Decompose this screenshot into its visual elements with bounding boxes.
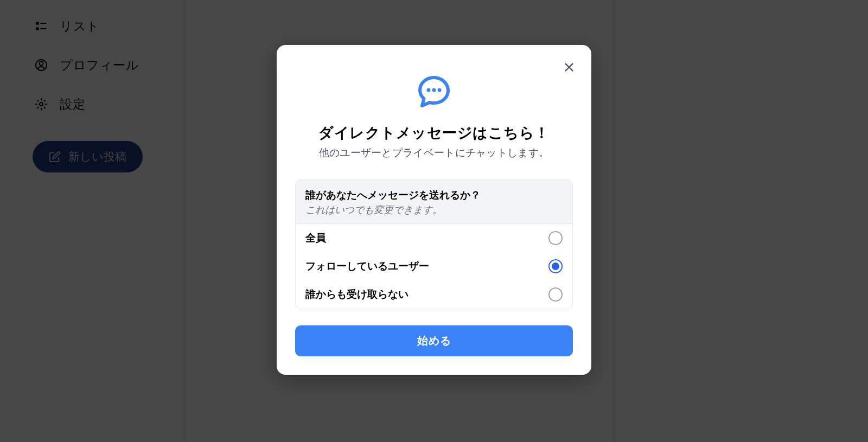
option-following[interactable]: フォローしているユーザー [296,252,572,280]
svg-point-10 [432,88,436,92]
svg-point-11 [438,88,442,92]
option-nobody[interactable]: 誰からも受け取らない [296,280,572,309]
option-label: 全員 [305,231,326,245]
option-label: 誰からも受け取らない [305,287,409,302]
direct-message-modal: ダイレクトメッセージはこちら！ 他のユーザーとプライベートにチャットします。 誰… [277,45,591,375]
options-header-title: 誰があなたへメッセージを送れるか？ [305,188,563,202]
options-header: 誰があなたへメッセージを送れるか？ これはいつでも変更できます。 [296,180,572,224]
modal-subtitle: 他のユーザーとプライベートにチャットします。 [295,146,573,160]
options-header-subtitle: これはいつでも変更できます。 [305,203,563,216]
svg-point-9 [427,88,431,92]
close-button[interactable] [561,59,577,75]
radio-unselected [548,287,563,302]
radio-unselected [548,231,563,245]
start-button[interactable]: 始める [295,325,573,356]
modal-overlay[interactable]: ダイレクトメッセージはこちら！ 他のユーザーとプライベートにチャットします。 誰… [0,0,868,442]
close-icon [563,61,575,73]
option-everyone[interactable]: 全員 [296,224,572,252]
option-label: フォローしているユーザー [305,259,429,273]
modal-title: ダイレクトメッセージはこちら！ [295,123,573,143]
radio-selected [548,259,563,273]
chat-bubble-icon [295,72,573,113]
message-permission-options: 誰があなたへメッセージを送れるか？ これはいつでも変更できます。 全員 フォロー… [295,180,573,309]
